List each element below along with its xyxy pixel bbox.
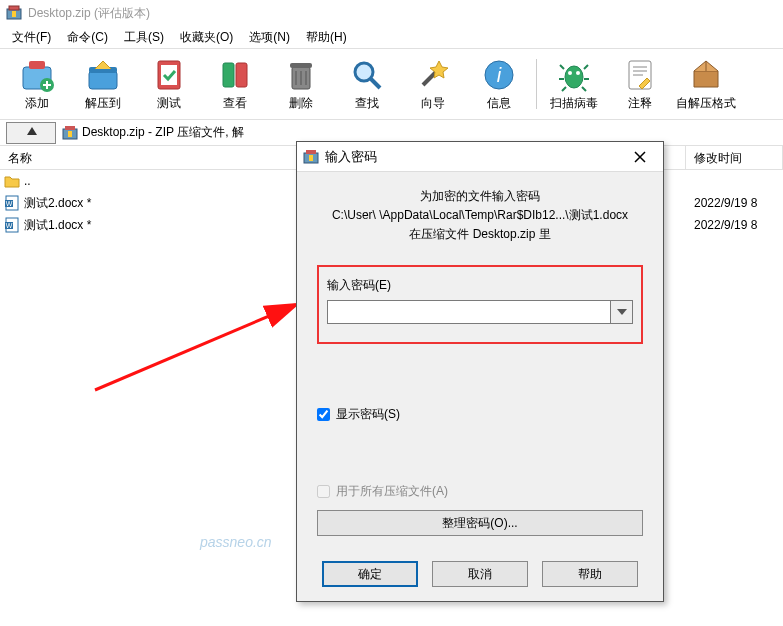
test-icon (151, 57, 187, 93)
app-icon (303, 149, 319, 165)
archive-add-icon (19, 57, 55, 93)
svg-text:W: W (6, 222, 13, 229)
close-button[interactable] (623, 144, 657, 170)
use-all-input[interactable] (317, 485, 330, 498)
view-icon (217, 57, 253, 93)
password-input[interactable] (327, 300, 611, 324)
use-all-checkbox[interactable]: 用于所有压缩文件(A) (317, 483, 643, 500)
updir-button[interactable] (6, 122, 56, 144)
folder-up-icon (4, 173, 20, 189)
tool-add[interactable]: 添加 (4, 52, 70, 116)
annotation-arrow (90, 270, 320, 400)
svg-rect-22 (65, 126, 75, 130)
svg-rect-32 (306, 150, 316, 154)
svg-rect-9 (161, 65, 177, 85)
docx-icon: W (4, 217, 20, 233)
svg-rect-2 (12, 11, 16, 17)
docx-icon: W (4, 195, 20, 211)
menu-opt[interactable]: 选项(N) (241, 27, 298, 48)
dialog-buttons: 确定 取消 帮助 (297, 561, 663, 587)
menu-fav[interactable]: 收藏夹(O) (172, 27, 241, 48)
scan-virus-icon (556, 57, 592, 93)
path-text[interactable]: Desktop.zip - ZIP 压缩文件, 解 (82, 124, 244, 141)
svg-line-30 (95, 305, 295, 390)
comment-icon (622, 57, 658, 93)
password-highlight-box: 输入密码(E) (317, 265, 643, 344)
dialog-content: 为加密的文件输入密码 C:\User\ \AppData\Local\Temp\… (297, 172, 663, 550)
svg-point-18 (568, 71, 572, 75)
app-icon (6, 5, 22, 21)
sfx-icon (688, 57, 724, 93)
toolbar: 添加 解压到 测试 查看 删除 查找 向导 i 信息 扫描病毒 注释 自解压格式 (0, 48, 783, 120)
tool-find[interactable]: 查找 (334, 52, 400, 116)
tool-scan[interactable]: 扫描病毒 (541, 52, 607, 116)
tool-comment[interactable]: 注释 (607, 52, 673, 116)
tool-info[interactable]: i 信息 (466, 52, 532, 116)
chevron-down-icon (617, 309, 627, 315)
dialog-title: 输入密码 (325, 148, 623, 166)
svg-rect-11 (236, 63, 247, 87)
password-dialog: 输入密码 为加密的文件输入密码 C:\User\ \AppData\Local\… (296, 141, 664, 602)
help-button[interactable]: 帮助 (542, 561, 638, 587)
toolbar-separator (536, 59, 537, 109)
tool-sfx[interactable]: 自解压格式 (673, 52, 739, 116)
organize-password-button[interactable]: 整理密码(O)... (317, 510, 643, 536)
tool-wizard[interactable]: 向导 (400, 52, 466, 116)
menu-file[interactable]: 文件(F) (4, 27, 59, 48)
cancel-button[interactable]: 取消 (432, 561, 528, 587)
tool-delete[interactable]: 删除 (268, 52, 334, 116)
dialog-line2: C:\User\ \AppData\Local\Temp\Rar$DIb12..… (317, 207, 643, 224)
menubar: 文件(F) 命令(C) 工具(S) 收藏夹(O) 选项(N) 帮助(H) (0, 26, 783, 48)
archive-icon (62, 125, 78, 141)
delete-icon (283, 57, 319, 93)
svg-text:i: i (497, 64, 502, 86)
dialog-titlebar: 输入密码 (297, 142, 663, 172)
password-label: 输入密码(E) (327, 277, 633, 294)
svg-rect-4 (29, 61, 45, 69)
watermark: passneo.cn (200, 534, 272, 550)
find-icon (349, 57, 385, 93)
menu-tools[interactable]: 工具(S) (116, 27, 172, 48)
svg-rect-23 (68, 131, 72, 137)
tool-view[interactable]: 查看 (202, 52, 268, 116)
col-date[interactable]: 修改时间 (686, 146, 783, 169)
svg-rect-33 (309, 155, 313, 161)
window-title: Desktop.zip (评估版本) (28, 5, 150, 22)
svg-rect-1 (9, 6, 19, 10)
svg-rect-10 (223, 63, 234, 87)
ok-button[interactable]: 确定 (322, 561, 418, 587)
tool-test[interactable]: 测试 (136, 52, 202, 116)
svg-rect-6 (89, 71, 117, 89)
svg-point-14 (355, 63, 373, 81)
info-icon: i (481, 57, 517, 93)
password-dropdown-button[interactable] (611, 300, 633, 324)
svg-point-19 (576, 71, 580, 75)
wizard-icon (415, 57, 451, 93)
extract-icon (85, 57, 121, 93)
window-titlebar: Desktop.zip (评估版本) (0, 0, 783, 26)
dialog-line3: 在压缩文件 Desktop.zip 里 (317, 226, 643, 243)
svg-text:W: W (6, 200, 13, 207)
dialog-line1: 为加密的文件输入密码 (317, 188, 643, 205)
svg-point-17 (565, 66, 583, 88)
svg-rect-13 (290, 63, 312, 68)
tool-extract[interactable]: 解压到 (70, 52, 136, 116)
show-password-input[interactable] (317, 408, 330, 421)
menu-help[interactable]: 帮助(H) (298, 27, 355, 48)
menu-cmd[interactable]: 命令(C) (59, 27, 116, 48)
close-icon (634, 151, 646, 163)
show-password-checkbox[interactable]: 显示密码(S) (317, 406, 643, 423)
